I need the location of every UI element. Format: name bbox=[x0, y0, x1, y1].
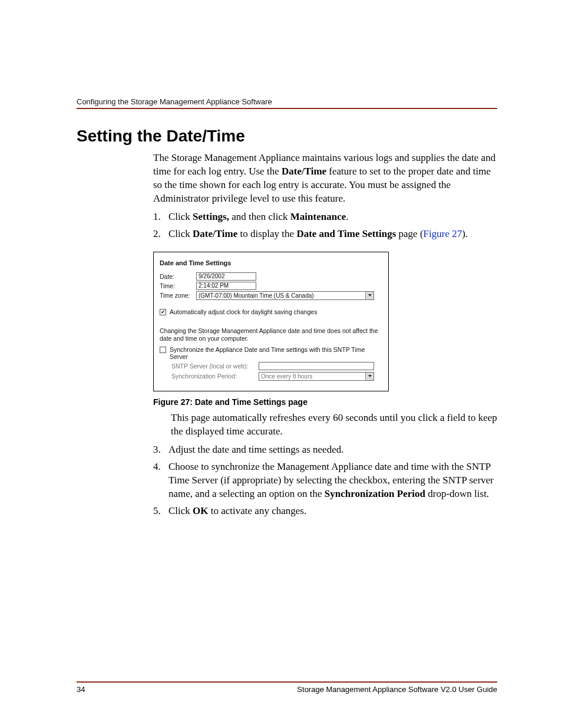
page-footer: 34 Storage Management Appliance Software… bbox=[77, 681, 497, 694]
sync-checkbox-label: Synchronize the Appliance Date and Time … bbox=[170, 346, 382, 360]
sync-period-label: Synchronization Period: bbox=[171, 373, 255, 380]
figure-caption: Figure 27: Date and Time Settings page bbox=[153, 397, 497, 407]
doc-title: Storage Management Appliance Software V2… bbox=[297, 685, 497, 694]
term-sync-period: Synchronization Period bbox=[325, 488, 425, 499]
text: and then click bbox=[229, 211, 290, 222]
text: Click bbox=[168, 228, 193, 239]
term-settings: Settings, bbox=[193, 211, 229, 222]
date-label: Date: bbox=[160, 273, 194, 280]
step-5: 5. Click OK to activate any changes. bbox=[153, 505, 497, 518]
text: Click bbox=[168, 505, 193, 516]
step-3: 3. Adjust the date and time settings as … bbox=[153, 443, 497, 457]
page-number: 34 bbox=[77, 685, 85, 694]
header-rule bbox=[77, 108, 497, 109]
sync-period-select[interactable]: Once every 8 hours bbox=[259, 372, 374, 381]
dst-checkbox[interactable]: ✔ bbox=[160, 309, 166, 315]
sntp-server-input[interactable] bbox=[259, 362, 374, 370]
chevron-down-icon bbox=[365, 292, 373, 299]
time-input[interactable]: 2:14:02 PM bbox=[196, 282, 256, 290]
footer-rule bbox=[77, 681, 497, 683]
chevron-down-icon bbox=[365, 373, 373, 380]
dst-checkbox-label: Automatically adjust clock for daylight … bbox=[170, 308, 317, 315]
term-date-time: Date/Time bbox=[282, 166, 326, 177]
time-label: Time: bbox=[160, 282, 194, 289]
running-header: Configuring the Storage Management Appli… bbox=[77, 97, 497, 106]
figure-note: Changing the Storage Management Applianc… bbox=[160, 327, 382, 342]
text: to activate any changes. bbox=[209, 505, 307, 516]
step-number: 5. bbox=[153, 505, 168, 518]
intro-paragraph: The Storage Management Appliance maintai… bbox=[153, 151, 497, 206]
text: . bbox=[346, 211, 348, 222]
step-1: 1. Click Settings, and then click Mainte… bbox=[153, 210, 497, 224]
text: drop-down list. bbox=[425, 488, 489, 499]
term-date-time: Date/Time bbox=[193, 228, 237, 239]
date-input[interactable]: 9/26/2002 bbox=[196, 272, 256, 281]
step-number: 1. bbox=[153, 210, 168, 224]
step-number: 4. bbox=[153, 460, 168, 501]
post-figure-note: This page automatically refreshes every … bbox=[171, 411, 497, 439]
text: page ( bbox=[396, 228, 423, 239]
timezone-select[interactable]: (GMT-07:00) Mountain Time (US & Canada) bbox=[196, 291, 374, 300]
step-number: 2. bbox=[153, 228, 168, 241]
page-title: Setting the Date/Time bbox=[77, 127, 497, 146]
timezone-value: (GMT-07:00) Mountain Time (US & Canada) bbox=[199, 292, 314, 299]
text: ). bbox=[462, 228, 468, 239]
sync-checkbox[interactable] bbox=[160, 347, 166, 353]
panel-title: Date and Time Settings bbox=[160, 259, 382, 266]
term-maintenance: Maintenance bbox=[290, 211, 346, 222]
figure-27-link[interactable]: Figure 27 bbox=[424, 228, 462, 239]
step-number: 3. bbox=[153, 443, 168, 457]
timezone-label: Time zone: bbox=[160, 292, 194, 299]
sntp-server-label: SNTP Server (local or web): bbox=[171, 363, 255, 370]
sync-period-value: Once every 8 hours bbox=[261, 373, 312, 380]
figure-27: Date and Time Settings Date: 9/26/2002 T… bbox=[153, 252, 389, 391]
text: Adjust the date and time settings as nee… bbox=[168, 443, 343, 457]
step-2: 2. Click Date/Time to display the Date a… bbox=[153, 228, 497, 241]
term-page-name: Date and Time Settings bbox=[296, 228, 396, 239]
step-4: 4. Choose to synchronize the Management … bbox=[153, 460, 497, 501]
term-ok: OK bbox=[193, 505, 208, 516]
text: Click bbox=[168, 211, 193, 222]
text: to display the bbox=[237, 228, 296, 239]
